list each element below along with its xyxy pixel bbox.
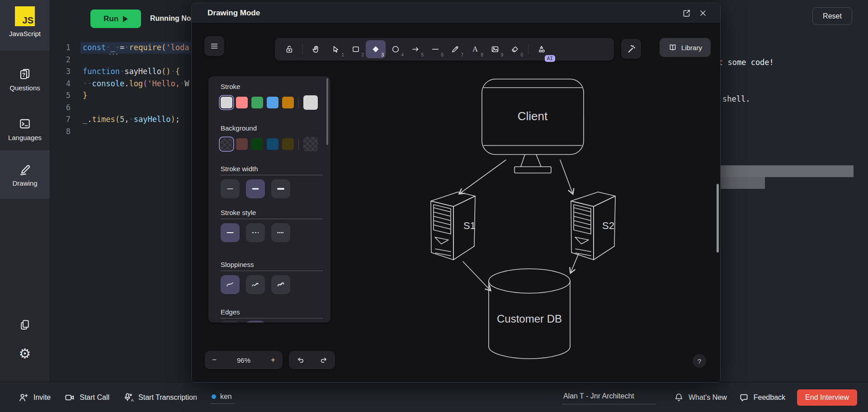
zoom-in-button[interactable]: +: [271, 356, 275, 365]
tool-draw[interactable]: 7: [445, 40, 465, 58]
start-call-button[interactable]: Start Call: [64, 392, 109, 403]
arrow-icon: [411, 45, 420, 54]
user-name: ken: [220, 393, 232, 401]
whats-new-label: What's New: [689, 393, 727, 402]
redo-button[interactable]: [319, 356, 328, 365]
stroke-width-bold-button[interactable]: [246, 179, 265, 198]
arrow-s2-db[interactable]: [571, 253, 579, 273]
tool-hand[interactable]: [306, 40, 326, 58]
copy-button[interactable]: [0, 312, 50, 337]
tool-line[interactable]: 6: [425, 40, 445, 58]
console-output-line: shell.: [722, 94, 750, 103]
edges-options: [221, 321, 265, 323]
svg-text:?: ?: [22, 71, 25, 78]
background-color-current-swatch[interactable]: [303, 137, 318, 151]
arrow-client-s2[interactable]: [560, 160, 573, 194]
transcription-mic-icon: A: [123, 392, 134, 403]
stroke-color-current-swatch[interactable]: [303, 95, 318, 110]
zoom-out-button[interactable]: −: [212, 356, 217, 365]
library-book-icon: [668, 43, 677, 52]
background-color-swatch[interactable]: [282, 138, 294, 150]
code-line[interactable]: const·_·=·require('loda: [83, 42, 189, 54]
app-root: Run Running Nod 12345678 const·_·=·requi…: [0, 0, 868, 412]
tool-image[interactable]: 9: [485, 40, 505, 58]
tool-ellipse[interactable]: 4: [386, 40, 406, 58]
sidebar-item-questions[interactable]: ? Questions: [0, 58, 50, 101]
tool-lock[interactable]: [279, 40, 299, 58]
background-color-swatch[interactable]: [221, 138, 232, 150]
close-modal-button[interactable]: [698, 8, 708, 19]
stroke-style-solid-button[interactable]: [221, 223, 240, 242]
start-transcription-button[interactable]: A Start Transcription: [123, 392, 197, 403]
code-line[interactable]: ··console.log('Hello,·W: [83, 78, 189, 90]
stroke-width-options: [221, 179, 290, 198]
edges-sharp-button[interactable]: [221, 321, 240, 323]
sloppiness-architect-button[interactable]: [221, 275, 240, 294]
stroke-style-dotted-button[interactable]: [271, 223, 290, 242]
diagram-client-monitor[interactable]: [482, 79, 584, 173]
sloppiness-artist-button[interactable]: [246, 275, 265, 294]
code-line[interactable]: [83, 126, 189, 138]
stroke-width-extrabold-button[interactable]: [271, 179, 290, 198]
ellipse-icon: [391, 45, 400, 54]
help-button[interactable]: ?: [693, 354, 706, 368]
svg-text:A: A: [472, 45, 478, 53]
tool-rectangle[interactable]: 2: [346, 40, 366, 58]
text-icon: A: [471, 45, 480, 54]
modal-scrollbar[interactable]: [717, 184, 719, 253]
tool-shapes-ai[interactable]: AI: [532, 40, 552, 58]
whats-new-button[interactable]: What's New: [674, 392, 727, 403]
settings-button[interactable]: ⚙: [0, 341, 50, 366]
sidebar-item-languages[interactable]: Languages: [0, 108, 50, 151]
code-lines[interactable]: const·_·=·require('loda function·sayHell…: [83, 42, 189, 137]
run-button[interactable]: Run: [90, 9, 141, 28]
shape-properties-panel: Stroke Background Stroke width: [208, 76, 330, 323]
tool-diamond[interactable]: 3: [366, 40, 386, 58]
terminal-icon: [19, 117, 31, 130]
candidate-name-input[interactable]: Alan T - Jnr Architecht: [562, 391, 656, 404]
stroke-color-swatch[interactable]: [251, 97, 263, 108]
feedback-bubble-icon: [739, 392, 749, 403]
zoom-level[interactable]: 96%: [237, 356, 250, 364]
stroke-color-swatch[interactable]: [221, 97, 232, 108]
arrow-client-s1[interactable]: [459, 160, 506, 194]
tool-selection[interactable]: 1: [326, 40, 346, 58]
tool-arrow[interactable]: 5: [406, 40, 425, 58]
diamond-icon: [371, 45, 380, 54]
sidebar-item-drawing[interactable]: Drawing: [0, 150, 50, 199]
sloppiness-cartoonist-button[interactable]: [271, 275, 290, 294]
background-color-swatch[interactable]: [267, 138, 278, 150]
drawing-canvas[interactable]: Client S1 S2 Customer DB: [192, 23, 720, 382]
drawing-pencil-icon: [18, 162, 32, 176]
undo-button[interactable]: [296, 356, 305, 365]
open-in-new-window-button[interactable]: [681, 8, 692, 19]
end-interview-button[interactable]: End Interview: [797, 389, 857, 406]
user-name-field[interactable]: ken: [211, 391, 235, 404]
stroke-width-thin-button[interactable]: [221, 179, 240, 198]
magic-wand-button[interactable]: [621, 39, 641, 59]
code-line[interactable]: _.times(5,·sayHello);: [83, 113, 189, 126]
tool-eraser[interactable]: 0: [505, 40, 525, 58]
drawing-toolbar: 1 2 3 4: [275, 38, 614, 61]
stroke-color-swatch[interactable]: [282, 97, 294, 108]
feedback-button[interactable]: Feedback: [739, 392, 785, 403]
invite-button[interactable]: Invite: [18, 392, 51, 403]
stroke-color-swatch[interactable]: [236, 97, 248, 108]
menu-button[interactable]: [204, 36, 224, 56]
code-line[interactable]: [83, 102, 189, 114]
panel-scrollbar[interactable]: [326, 78, 328, 145]
background-color-swatch[interactable]: [251, 138, 263, 150]
code-line[interactable]: function·sayHello()·{: [83, 66, 189, 78]
code-line[interactable]: }: [83, 89, 189, 102]
tool-text[interactable]: A 8: [465, 40, 485, 58]
eraser-icon: [510, 45, 519, 54]
lint-dots: ...: [108, 47, 119, 60]
library-button[interactable]: Library: [660, 38, 711, 57]
arrow-s1-db[interactable]: [463, 262, 491, 290]
code-line[interactable]: [83, 54, 189, 66]
stroke-style-dashed-button[interactable]: [246, 223, 265, 242]
edges-round-button[interactable]: [246, 321, 265, 323]
stroke-color-swatch[interactable]: [267, 97, 278, 108]
background-color-swatch[interactable]: [236, 138, 248, 150]
reset-button[interactable]: Reset: [812, 7, 852, 25]
